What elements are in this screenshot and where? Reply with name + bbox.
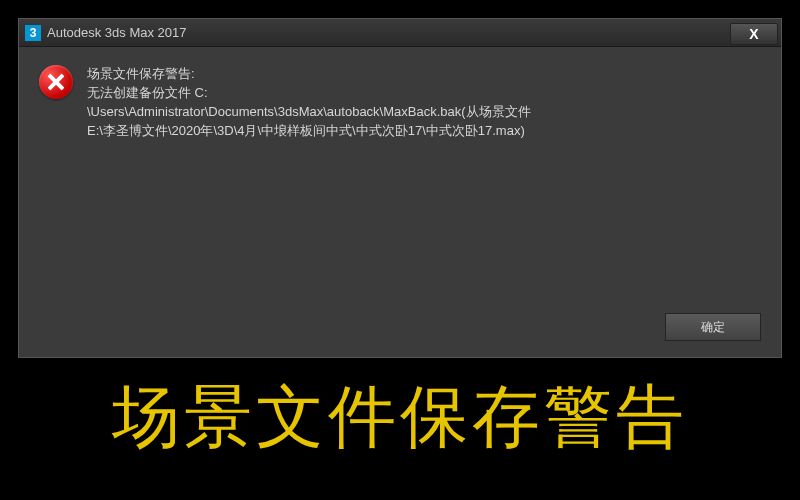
message-row: 场景文件保存警告: 无法创建备份文件 C: \Users\Administrat… bbox=[39, 65, 761, 140]
window-title: Autodesk 3ds Max 2017 bbox=[47, 25, 730, 40]
error-icon bbox=[39, 65, 73, 99]
button-row: 确定 bbox=[665, 313, 761, 341]
ok-button[interactable]: 确定 bbox=[665, 313, 761, 341]
message-line: 无法创建备份文件 C: bbox=[87, 84, 531, 103]
message-line: 场景文件保存警告: bbox=[87, 65, 531, 84]
dialog-body: 场景文件保存警告: 无法创建备份文件 C: \Users\Administrat… bbox=[19, 47, 781, 357]
dialog-window: 3 Autodesk 3ds Max 2017 X 场景文件保存警告: 无法创建… bbox=[18, 18, 782, 358]
message-line: E:\李圣博文件\2020年\3D\4月\中埌样板间中式\中式次卧17\中式次卧… bbox=[87, 122, 531, 141]
title-bar: 3 Autodesk 3ds Max 2017 X bbox=[19, 19, 781, 47]
app-icon: 3 bbox=[25, 25, 41, 41]
overlay-caption: 场景文件保存警告 bbox=[0, 372, 800, 463]
close-button[interactable]: X bbox=[730, 23, 778, 45]
message-line: \Users\Administrator\Documents\3dsMax\au… bbox=[87, 103, 531, 122]
message-text: 场景文件保存警告: 无法创建备份文件 C: \Users\Administrat… bbox=[87, 65, 531, 140]
